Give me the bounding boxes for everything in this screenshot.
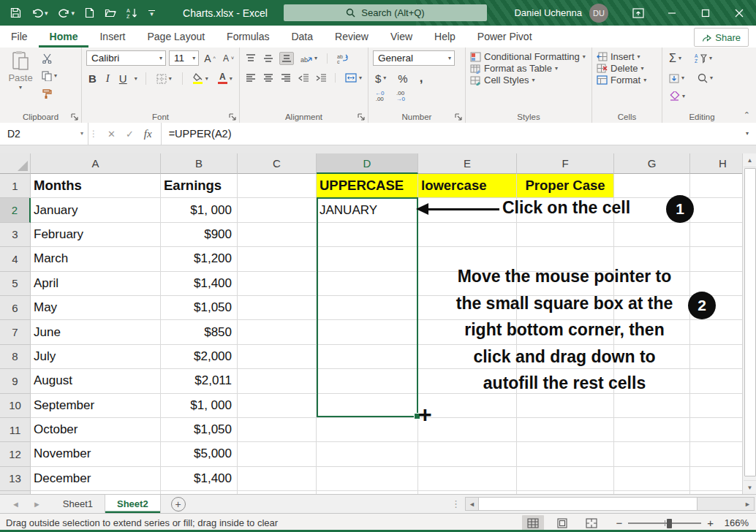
scroll-left-arrow-icon[interactable]: ◄ [466,498,478,510]
comma-format-button[interactable]: , [417,69,426,87]
row-header[interactable]: 10 [0,394,31,418]
tab-formulas[interactable]: Formulas [216,26,280,48]
cell[interactable]: June [31,320,161,344]
cell[interactable]: August [31,369,161,393]
cell[interactable] [238,272,317,296]
ribbon-display-options-button[interactable] [621,0,655,26]
fill-down-button[interactable]: ▾ [667,72,687,85]
cancel-formula-button[interactable]: ✕ [107,129,116,140]
sheet-nav-right-icon[interactable]: ► [33,500,41,509]
row-header[interactable]: 7 [0,320,31,344]
cell[interactable] [418,467,517,491]
cell-styles-button[interactable]: Cell Styles▾ [470,75,589,86]
percent-format-button[interactable]: % [396,71,409,86]
col-header-e[interactable]: E [418,153,517,174]
cell[interactable]: $900 [161,223,238,247]
bold-button[interactable]: B [86,71,99,86]
alignment-dialog-launcher[interactable] [358,113,366,121]
cell[interactable] [317,345,418,369]
cell[interactable] [238,247,317,271]
format-cells-button[interactable]: Format▾ [597,75,659,86]
row-header[interactable]: 4 [0,247,31,271]
cell-a2[interactable]: January [31,198,161,222]
sheet-tab-sheet1[interactable]: Sheet1 [51,495,105,513]
cell[interactable]: October [31,418,161,442]
cell[interactable] [517,418,614,442]
tab-data[interactable]: Data [280,26,324,48]
save-button[interactable] [10,7,21,18]
sheet-tab-sheet2[interactable]: Sheet2 [105,495,161,513]
font-color-button[interactable]: A ▾ [216,72,235,86]
tab-home[interactable]: Home [39,26,89,48]
row-header[interactable]: 11 [0,418,31,442]
orientation-button[interactable]: ab ▾ [298,53,320,65]
increase-decimal-button[interactable]: ←0.00 [373,89,386,104]
col-header-d[interactable]: D [317,153,418,174]
cell[interactable] [238,296,317,320]
new-sheet-button[interactable]: + [171,497,186,512]
cell[interactable]: $1,400 [161,467,238,491]
insert-function-button[interactable]: fx [144,128,152,140]
cell[interactable] [517,394,614,418]
tab-scroll-splitter[interactable]: ⋮ [451,495,465,513]
cell[interactable] [418,223,517,247]
cell[interactable]: December [31,467,161,491]
enter-formula-button[interactable]: ✓ [126,129,134,140]
maximize-button[interactable] [689,0,722,26]
tab-file[interactable]: File [0,26,39,48]
chevron-down-icon[interactable]: ▾ [45,10,48,17]
number-format-select[interactable]: General▾ [373,50,455,66]
borders-button[interactable]: ▾ [154,72,174,86]
zoom-in-button[interactable]: + [707,517,714,528]
row-header[interactable]: 5 [0,272,31,296]
new-file-button[interactable] [85,7,94,18]
italic-button[interactable]: I [104,71,112,86]
cell[interactable] [517,442,614,466]
share-button[interactable]: Share [694,28,749,47]
cell[interactable]: September [31,394,161,418]
cell-b1[interactable]: Earnings [161,174,238,198]
fill-color-button[interactable]: ▾ [191,72,211,86]
cell[interactable]: $1,400 [161,272,238,296]
cell[interactable] [317,442,418,466]
col-header-g[interactable]: G [614,153,690,174]
paste-button[interactable]: Paste ▾ [4,50,37,100]
cell[interactable] [317,418,418,442]
cell[interactable] [614,467,690,491]
cell[interactable]: February [31,223,161,247]
minimize-button[interactable] [655,0,689,26]
cell[interactable] [238,467,317,491]
formula-input[interactable]: =UPPER(A2) [162,123,738,145]
cut-button[interactable] [39,52,59,65]
font-size-select[interactable]: 11▾ [169,50,199,66]
cell[interactable] [317,223,418,247]
cell[interactable] [614,418,690,442]
chevron-down-icon[interactable]: ▾ [135,76,137,82]
close-button[interactable] [722,0,756,26]
horizontal-scroll-thumb[interactable] [478,498,698,510]
chevron-down-icon[interactable]: ▾ [72,10,75,17]
row-header[interactable]: 6 [0,296,31,320]
cell[interactable] [317,247,418,271]
cell[interactable] [614,442,690,466]
align-bottom-button[interactable] [279,52,294,65]
row-header[interactable]: 1 [0,174,31,198]
cell[interactable] [317,296,418,320]
wrap-text-button[interactable]: abc [335,52,351,65]
cell[interactable] [238,442,317,466]
cell[interactable] [238,223,317,247]
row-header[interactable]: 12 [0,442,31,466]
clipboard-dialog-launcher[interactable] [71,113,79,121]
zoom-slider-thumb[interactable] [667,519,672,528]
conditional-formatting-button[interactable]: Conditional Formatting▾ [470,51,589,62]
tab-review[interactable]: Review [324,26,379,48]
align-left-button[interactable] [244,72,257,84]
align-center-button[interactable] [262,72,275,84]
decrease-indent-button[interactable] [297,72,310,84]
vertical-scroll-thumb[interactable] [744,168,756,476]
cell[interactable]: $1,200 [161,247,238,271]
merge-center-button[interactable]: ▾ [343,72,364,84]
sort-az-button[interactable]: AZ [126,7,138,18]
zoom-out-button[interactable]: − [616,517,622,528]
cell[interactable]: $1,050 [161,418,238,442]
